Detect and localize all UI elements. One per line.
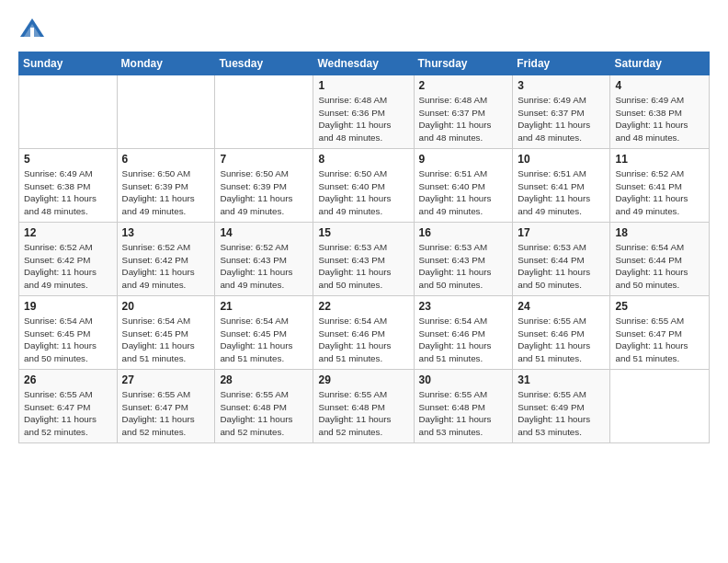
calendar-cell: [215, 75, 313, 149]
day-info: Sunrise: 6:50 AM Sunset: 6:39 PM Dayligh…: [122, 167, 210, 218]
day-number: 14: [220, 226, 308, 239]
calendar-cell: 4Sunrise: 6:49 AM Sunset: 6:38 PM Daylig…: [610, 75, 710, 149]
calendar-cell: 15Sunrise: 6:53 AM Sunset: 6:43 PM Dayli…: [313, 223, 414, 296]
day-info: Sunrise: 6:55 AM Sunset: 6:47 PM Dayligh…: [615, 315, 704, 365]
day-number: 19: [24, 300, 112, 313]
day-number: 24: [518, 300, 605, 313]
day-info: Sunrise: 6:50 AM Sunset: 6:40 PM Dayligh…: [318, 167, 408, 218]
calendar-cell: 1Sunrise: 6:48 AM Sunset: 6:36 PM Daylig…: [313, 75, 414, 149]
svg-rect-2: [30, 28, 34, 37]
day-number: 3: [518, 79, 605, 92]
calendar-cell: 19Sunrise: 6:54 AM Sunset: 6:45 PM Dayli…: [19, 296, 118, 370]
calendar-header-row: SundayMondayTuesdayWednesdayThursdayFrid…: [19, 52, 710, 75]
day-number: 15: [318, 226, 408, 239]
calendar-cell: 29Sunrise: 6:55 AM Sunset: 6:48 PM Dayli…: [313, 370, 414, 443]
calendar-week-row: 1Sunrise: 6:48 AM Sunset: 6:36 PM Daylig…: [19, 75, 710, 149]
calendar-cell: 10Sunrise: 6:51 AM Sunset: 6:41 PM Dayli…: [513, 149, 610, 223]
day-info: Sunrise: 6:55 AM Sunset: 6:48 PM Dayligh…: [419, 388, 508, 439]
day-number: 23: [419, 300, 508, 313]
calendar-cell: 13Sunrise: 6:52 AM Sunset: 6:42 PM Dayli…: [117, 223, 215, 296]
calendar-cell: 11Sunrise: 6:52 AM Sunset: 6:41 PM Dayli…: [610, 149, 710, 223]
day-info: Sunrise: 6:54 AM Sunset: 6:45 PM Dayligh…: [220, 315, 308, 365]
page: SundayMondayTuesdayWednesdayThursdayFrid…: [0, 0, 728, 563]
calendar-cell: 26Sunrise: 6:55 AM Sunset: 6:47 PM Dayli…: [19, 370, 118, 443]
calendar-week-row: 19Sunrise: 6:54 AM Sunset: 6:45 PM Dayli…: [19, 296, 710, 370]
calendar-cell: 27Sunrise: 6:55 AM Sunset: 6:47 PM Dayli…: [117, 370, 215, 443]
day-number: 31: [518, 373, 605, 386]
day-info: Sunrise: 6:53 AM Sunset: 6:44 PM Dayligh…: [518, 241, 605, 292]
day-number: 8: [318, 153, 408, 166]
day-info: Sunrise: 6:49 AM Sunset: 6:37 PM Dayligh…: [518, 94, 605, 144]
day-info: Sunrise: 6:48 AM Sunset: 6:37 PM Dayligh…: [419, 94, 508, 144]
calendar-cell: 5Sunrise: 6:49 AM Sunset: 6:38 PM Daylig…: [19, 149, 118, 223]
day-info: Sunrise: 6:55 AM Sunset: 6:48 PM Dayligh…: [220, 388, 308, 439]
calendar-cell: 24Sunrise: 6:55 AM Sunset: 6:46 PM Dayli…: [513, 296, 610, 370]
calendar-cell: [117, 75, 215, 149]
day-info: Sunrise: 6:52 AM Sunset: 6:42 PM Dayligh…: [24, 241, 112, 292]
day-number: 1: [318, 79, 408, 92]
day-number: 18: [615, 226, 704, 239]
day-info: Sunrise: 6:55 AM Sunset: 6:48 PM Dayligh…: [318, 388, 408, 439]
calendar-week-row: 26Sunrise: 6:55 AM Sunset: 6:47 PM Dayli…: [19, 370, 710, 443]
day-number: 4: [615, 79, 704, 92]
calendar-cell: 30Sunrise: 6:55 AM Sunset: 6:48 PM Dayli…: [414, 370, 513, 443]
day-info: Sunrise: 6:54 AM Sunset: 6:45 PM Dayligh…: [24, 315, 112, 365]
calendar-cell: 12Sunrise: 6:52 AM Sunset: 6:42 PM Dayli…: [19, 223, 118, 296]
calendar-cell: 21Sunrise: 6:54 AM Sunset: 6:45 PM Dayli…: [215, 296, 313, 370]
day-number: 21: [220, 300, 308, 313]
calendar-cell: 2Sunrise: 6:48 AM Sunset: 6:37 PM Daylig…: [414, 75, 513, 149]
day-info: Sunrise: 6:54 AM Sunset: 6:46 PM Dayligh…: [419, 315, 508, 365]
calendar-cell: 25Sunrise: 6:55 AM Sunset: 6:47 PM Dayli…: [610, 296, 710, 370]
day-info: Sunrise: 6:50 AM Sunset: 6:39 PM Dayligh…: [220, 167, 308, 218]
calendar-cell: 3Sunrise: 6:49 AM Sunset: 6:37 PM Daylig…: [513, 75, 610, 149]
calendar-cell: 20Sunrise: 6:54 AM Sunset: 6:45 PM Dayli…: [117, 296, 215, 370]
day-info: Sunrise: 6:54 AM Sunset: 6:46 PM Dayligh…: [318, 315, 408, 365]
calendar-cell: 23Sunrise: 6:54 AM Sunset: 6:46 PM Dayli…: [414, 296, 513, 370]
logo-icon: [18, 15, 46, 42]
day-number: 7: [220, 153, 308, 166]
calendar-header-day: Wednesday: [313, 52, 414, 75]
calendar-cell: 28Sunrise: 6:55 AM Sunset: 6:48 PM Dayli…: [215, 370, 313, 443]
header: [18, 15, 710, 42]
calendar-cell: 31Sunrise: 6:55 AM Sunset: 6:49 PM Dayli…: [513, 370, 610, 443]
logo: [18, 15, 50, 42]
day-info: Sunrise: 6:54 AM Sunset: 6:44 PM Dayligh…: [615, 241, 704, 292]
day-info: Sunrise: 6:55 AM Sunset: 6:49 PM Dayligh…: [518, 388, 605, 439]
calendar-table: SundayMondayTuesdayWednesdayThursdayFrid…: [18, 52, 710, 443]
calendar-cell: 8Sunrise: 6:50 AM Sunset: 6:40 PM Daylig…: [313, 149, 414, 223]
calendar-cell: 6Sunrise: 6:50 AM Sunset: 6:39 PM Daylig…: [117, 149, 215, 223]
day-info: Sunrise: 6:52 AM Sunset: 6:43 PM Dayligh…: [220, 241, 308, 292]
day-number: 5: [24, 153, 112, 166]
calendar-cell: [19, 75, 118, 149]
day-number: 16: [419, 226, 508, 239]
day-info: Sunrise: 6:49 AM Sunset: 6:38 PM Dayligh…: [615, 94, 704, 144]
day-number: 11: [615, 153, 704, 166]
day-number: 9: [419, 153, 508, 166]
day-number: 29: [318, 373, 408, 386]
day-number: 17: [518, 226, 605, 239]
day-number: 12: [24, 226, 112, 239]
calendar-header-day: Friday: [513, 52, 610, 75]
calendar-cell: 14Sunrise: 6:52 AM Sunset: 6:43 PM Dayli…: [215, 223, 313, 296]
day-number: 30: [419, 373, 508, 386]
calendar-cell: 9Sunrise: 6:51 AM Sunset: 6:40 PM Daylig…: [414, 149, 513, 223]
day-number: 20: [122, 300, 210, 313]
day-number: 26: [24, 373, 112, 386]
day-number: 6: [122, 153, 210, 166]
day-number: 27: [122, 373, 210, 386]
calendar-cell: [610, 370, 710, 443]
day-number: 13: [122, 226, 210, 239]
day-info: Sunrise: 6:51 AM Sunset: 6:40 PM Dayligh…: [419, 167, 508, 218]
day-info: Sunrise: 6:52 AM Sunset: 6:41 PM Dayligh…: [615, 167, 704, 218]
day-info: Sunrise: 6:53 AM Sunset: 6:43 PM Dayligh…: [419, 241, 508, 292]
calendar-cell: 22Sunrise: 6:54 AM Sunset: 6:46 PM Dayli…: [313, 296, 414, 370]
calendar-header-day: Thursday: [414, 52, 513, 75]
day-info: Sunrise: 6:54 AM Sunset: 6:45 PM Dayligh…: [122, 315, 210, 365]
calendar-header-day: Tuesday: [215, 52, 313, 75]
day-info: Sunrise: 6:55 AM Sunset: 6:47 PM Dayligh…: [24, 388, 112, 439]
calendar-header-day: Sunday: [19, 52, 118, 75]
calendar-week-row: 5Sunrise: 6:49 AM Sunset: 6:38 PM Daylig…: [19, 149, 710, 223]
day-info: Sunrise: 6:48 AM Sunset: 6:36 PM Dayligh…: [318, 94, 408, 144]
day-number: 2: [419, 79, 508, 92]
calendar-cell: 7Sunrise: 6:50 AM Sunset: 6:39 PM Daylig…: [215, 149, 313, 223]
